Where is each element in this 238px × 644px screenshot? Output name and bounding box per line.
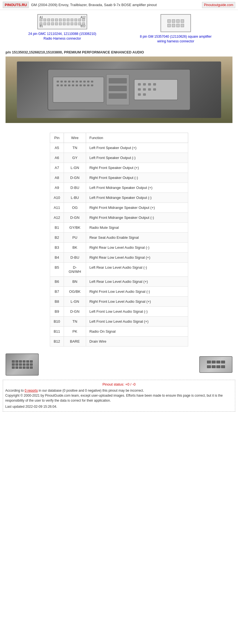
status-reports-link[interactable]: 0 reports (25, 389, 38, 392)
status-text: According to 0 reports in our database (… (5, 388, 233, 393)
pin-sq (78, 19, 81, 21)
bc-pin (12, 363, 15, 366)
cell-function: Right Rear Low Level Audio Signal (+) (86, 252, 188, 262)
bottom-connector-left (6, 353, 39, 376)
cell-pin: B11 (50, 326, 64, 336)
svg-rect-32 (143, 93, 146, 95)
table-row: A6GYLeft Front Speaker Output (-) (50, 153, 188, 163)
bc-pin (207, 361, 211, 363)
pin-sq (71, 22, 73, 25)
conn24-label-b12: B12 (81, 25, 86, 28)
pinguide-logo[interactable]: Pinoutoutguide.com (202, 2, 235, 8)
bc-pin (23, 363, 25, 366)
pin-sq (172, 24, 175, 27)
photo-section (0, 57, 238, 127)
cell-wire: D-BU (64, 183, 86, 193)
connector-24pin-label[interactable]: 24 pin GMC 12110244, 12110088 (15306210)… (26, 32, 98, 41)
table-row: B7OG/BKRight Front Low Level Audio Signa… (50, 286, 188, 296)
status-text-body: in our database (0 positive and 0 negati… (39, 389, 144, 392)
bc-pin (30, 360, 33, 363)
status-text-according: According to (5, 389, 24, 392)
connector-8pin-label[interactable]: 8 pin GM 15357040 (12110626) square ampl… (140, 34, 212, 44)
cell-function: Left Front Midrange Speaker Output (+) (86, 183, 188, 193)
status-section: Pinout status: +0 / -0 According to 0 re… (3, 380, 235, 412)
svg-rect-14 (61, 84, 63, 86)
header-left: PINOUTS.RU GM (2004-2009) Envoy, Trailbl… (3, 2, 157, 8)
svg-rect-15 (64, 84, 66, 86)
svg-rect-31 (138, 93, 141, 95)
pin-sq (63, 22, 66, 25)
cell-pin: B4 (50, 252, 64, 262)
bc-pin (30, 363, 33, 366)
cell-wire: TN (64, 143, 86, 153)
cell-function: Radio Mute Signal (86, 222, 188, 232)
bc-pin (23, 360, 25, 363)
pin-sq (47, 22, 50, 25)
pinouts-logo[interactable]: PINOUTS.RU (3, 2, 29, 8)
col-header-pin: Pin (50, 133, 64, 143)
bc-pin (15, 360, 18, 363)
pin-sq (51, 19, 54, 21)
bottom-connector-right (199, 356, 232, 373)
pin-sq (67, 19, 69, 21)
table-header-row: Pin Wire Function (50, 133, 188, 143)
cell-function: Left Rear Low Level Audio Signal (+) (86, 276, 188, 286)
bc-pin (12, 360, 15, 363)
photo-inner (17, 61, 221, 118)
table-row: B9D-GNLeft Front Low Level Audio Signal … (50, 306, 188, 316)
bc-row (12, 360, 33, 363)
connector-8pin-box: 8 pin GM 15357040 (12110626) square ampl… (140, 14, 212, 44)
svg-rect-18 (76, 84, 78, 86)
bc-pin (212, 361, 216, 363)
copyright-disclaimer: Copyright © 2000-2021 by PinoutGuide.com… (5, 393, 233, 403)
bc-pin (26, 366, 29, 369)
conn24-row-bottom (40, 22, 85, 25)
cell-pin: B1 (50, 222, 64, 232)
bc-row (207, 361, 225, 363)
cell-function: Right Front Low Level Audio Signal (+) (86, 296, 188, 306)
connector-24pin-diagram: A1 A12 (37, 14, 87, 29)
svg-rect-1 (53, 77, 104, 102)
cell-function: Left Front Low Level Audio Signal (-) (86, 306, 188, 316)
svg-rect-13 (57, 84, 59, 86)
pin-sq (71, 19, 73, 21)
pin-sq (67, 22, 69, 25)
cell-function: Right Front Speaker Output (-) (86, 173, 188, 183)
cell-wire: L-BU (64, 193, 86, 202)
table-body: A5TNLeft Front Speaker Output (+)A6GYLef… (50, 143, 188, 346)
table-row: B6BNLeft Rear Low Level Audio Signal (+) (50, 276, 188, 286)
cell-wire: PU (64, 232, 86, 242)
cell-function: Radio On Signal (86, 326, 188, 336)
pin-sq (47, 19, 50, 21)
cell-wire: D-GN/WH (64, 262, 86, 276)
svg-rect-10 (83, 81, 85, 82)
pin-sq (51, 22, 54, 25)
svg-rect-7 (72, 81, 74, 82)
amplifier-visual (27, 64, 211, 115)
cell-wire: D-GN (64, 306, 86, 316)
bc-pin (30, 366, 33, 369)
pin-sq (59, 22, 62, 25)
cell-pin: B6 (50, 276, 64, 286)
page-title: GM (2004-2009) Envoy, Trailblazer, Brava… (31, 3, 157, 7)
table-row: B5D-GN/WHLeft Rear Low Level Audio Signa… (50, 262, 188, 276)
cell-pin: B3 (50, 242, 64, 252)
status-title: Pinout status: +0 / -0 (5, 382, 233, 386)
pn-section: p/n 15135032,15268210,15103800, PREMIUM … (0, 48, 238, 57)
conn24-label-b1: B1 (40, 25, 43, 28)
svg-rect-23 (138, 83, 141, 85)
table-row: A7L-GNRight Front Speaker Output (+) (50, 163, 188, 173)
bottom-connectors-section (0, 349, 238, 380)
bc-pin (19, 366, 22, 369)
bc-pin (19, 360, 22, 363)
cell-function: Right Front Speaker Output (+) (86, 163, 188, 173)
table-row: A11OGRight Front Midrange Speaker Output… (50, 202, 188, 212)
connector-24pin-box: A1 A12 (26, 14, 98, 41)
cell-pin: A12 (50, 212, 64, 222)
pin-sq (63, 19, 66, 21)
bc-pin (212, 365, 216, 368)
pin-sq (55, 22, 58, 25)
cell-wire: OG (64, 202, 86, 212)
svg-rect-6 (68, 81, 70, 82)
bc-pin (216, 365, 220, 368)
